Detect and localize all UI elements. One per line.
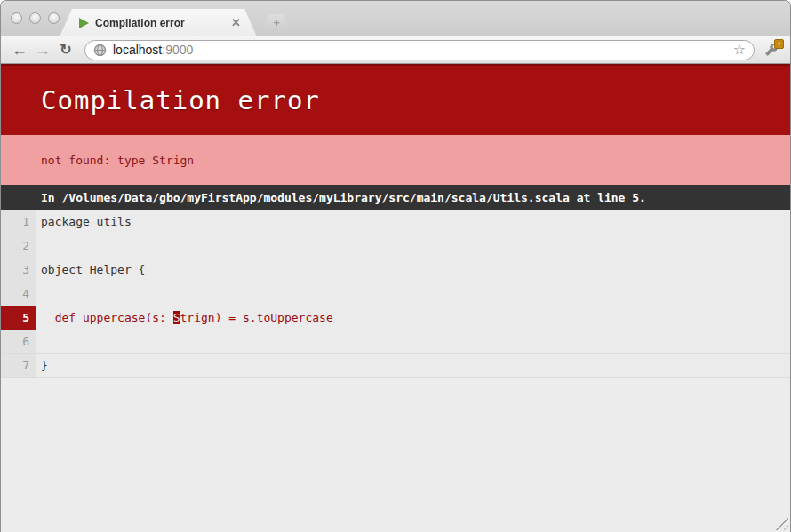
line-number: 4 [1, 282, 36, 306]
code-listing: 1package utils23object Helper {45 def up… [1, 210, 790, 378]
tab-strip: Compilation error ✕ + [1, 1, 790, 36]
code-line: 4 [1, 282, 790, 306]
forward-button[interactable]: → [31, 42, 54, 58]
tab-compilation-error[interactable]: Compilation error ✕ [60, 9, 257, 36]
zoom-window-button[interactable] [48, 12, 60, 24]
code-text [36, 330, 790, 353]
traffic-lights [11, 12, 60, 24]
error-message: not found: type Strign [41, 154, 194, 167]
code-text: object Helper { [36, 258, 790, 282]
chrome-menu-button[interactable]: ↑ [763, 41, 783, 59]
code-line: 3object Helper { [1, 258, 790, 282]
update-badge-icon: ↑ [774, 39, 784, 49]
line-number: 3 [1, 258, 36, 282]
line-number: 1 [1, 210, 36, 234]
code-line: 1package utils [1, 210, 790, 234]
code-line: 7} [1, 354, 790, 378]
minimize-window-button[interactable] [29, 12, 41, 24]
bookmark-star-icon[interactable]: ☆ [733, 43, 746, 57]
line-number: 2 [1, 234, 36, 258]
url-text: localhost:9000 [113, 43, 728, 57]
play-framework-icon [79, 18, 89, 28]
code-line: 6 [1, 330, 790, 354]
error-marker: S [173, 311, 180, 324]
error-location-bar: In /Volumes/Data/gbo/myFirstApp/modules/… [1, 185, 790, 210]
code-line: 2 [1, 234, 790, 258]
address-bar[interactable]: localhost:9000 ☆ [84, 40, 755, 60]
tab-title: Compilation error [95, 17, 225, 29]
line-number: 7 [1, 354, 36, 377]
code-text [36, 282, 790, 306]
tab-close-icon[interactable]: ✕ [231, 17, 241, 28]
code-text: def uppercase(s: Strign) = s.toUppercase [36, 306, 790, 330]
navigation-toolbar: ← → ↻ localhost:9000 ☆ ↑ [1, 36, 790, 64]
code-text [36, 234, 790, 258]
error-message-banner: not found: type Strign [1, 135, 790, 185]
close-window-button[interactable] [11, 12, 22, 24]
line-number: 5 [1, 306, 36, 330]
page-content: Compilation error not found: type Strign… [1, 64, 790, 532]
url-port: :9000 [162, 43, 193, 57]
url-host: localhost [113, 43, 162, 57]
line-number: 6 [1, 330, 36, 353]
new-tab-button[interactable]: + [264, 14, 289, 30]
error-title-banner: Compilation error [1, 64, 790, 135]
globe-icon [93, 44, 107, 57]
code-text: package utils [36, 210, 790, 234]
error-location: In /Volumes/Data/gbo/myFirstApp/modules/… [41, 191, 646, 204]
reload-button[interactable]: ↻ [54, 43, 77, 57]
code-text: } [36, 354, 790, 377]
browser-window: Compilation error ✕ + ← → ↻ localhost:90… [0, 0, 791, 532]
error-title: Compilation error [41, 85, 320, 115]
back-button[interactable]: ← [8, 42, 31, 58]
code-line: 5 def uppercase(s: Strign) = s.toUpperca… [1, 306, 790, 330]
